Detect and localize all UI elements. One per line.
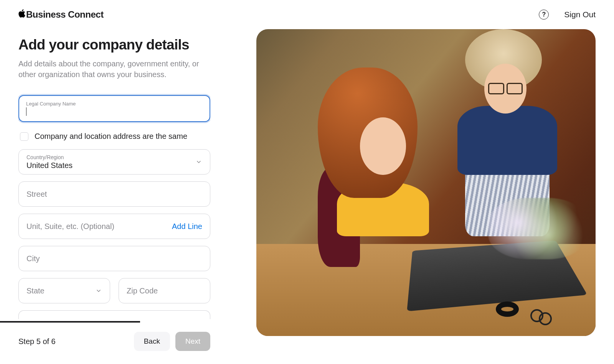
- tape-icon: [496, 301, 519, 317]
- scissors-icon: [530, 309, 561, 324]
- city-field[interactable]: City: [18, 246, 210, 271]
- progress-fill: [0, 321, 140, 323]
- brand-text: Business Connect: [26, 9, 104, 20]
- apple-icon: [18, 9, 26, 20]
- country-region-label: Country/Region: [26, 154, 73, 160]
- hero-image: [256, 29, 596, 336]
- next-button[interactable]: Next: [175, 332, 210, 351]
- page-title: Add your company details: [18, 37, 210, 53]
- unit-placeholder: Unit, Suite, etc. (Optional): [26, 222, 114, 231]
- header-actions: ? Sign Out: [539, 10, 596, 20]
- state-select[interactable]: State: [18, 278, 110, 303]
- same-address-checkbox[interactable]: [20, 132, 28, 141]
- country-region-value: United States: [26, 161, 73, 170]
- form-footer: Step 5 of 6 Back Next: [18, 323, 210, 362]
- main-layout: Add your company details Add details abo…: [0, 25, 614, 362]
- progress-bar: [0, 321, 169, 323]
- unit-field[interactable]: Unit, Suite, etc. (Optional) Add Line: [18, 214, 210, 239]
- glasses-icon: [488, 83, 523, 93]
- country-region-select[interactable]: Country/Region United States: [18, 149, 210, 175]
- sign-out-link[interactable]: Sign Out: [564, 10, 596, 19]
- legal-company-name-label: Legal Company Name: [26, 101, 76, 107]
- state-placeholder: State: [26, 287, 45, 295]
- brand-logo: Business Connect: [18, 9, 104, 20]
- legal-company-name-field[interactable]: Legal Company Name: [18, 95, 210, 122]
- country-region-inner: Country/Region United States: [26, 154, 73, 170]
- app-header: Business Connect ? Sign Out: [0, 0, 614, 25]
- step-indicator: Step 5 of 6: [18, 337, 56, 346]
- form-scroll-area: Add your company details Add details abo…: [18, 29, 210, 321]
- zip-code-field[interactable]: Zip Code: [119, 278, 210, 303]
- street-field[interactable]: Street: [18, 181, 210, 207]
- street-placeholder: Street: [26, 190, 47, 199]
- form-column: Add your company details Add details abo…: [18, 29, 210, 362]
- page-subtitle: Add details about the company, governmen…: [18, 58, 206, 80]
- footer-buttons: Back Next: [134, 332, 210, 351]
- city-placeholder: City: [26, 254, 40, 263]
- partial-next-field[interactable]: [18, 310, 210, 319]
- same-address-label: Company and location address are the sam…: [35, 132, 187, 141]
- help-icon[interactable]: ?: [539, 10, 549, 20]
- zip-placeholder: Zip Code: [127, 287, 158, 295]
- chevron-down-icon: [195, 158, 202, 165]
- add-line-link[interactable]: Add Line: [172, 222, 202, 231]
- chevron-down-icon: [95, 287, 102, 294]
- text-cursor: [26, 107, 26, 116]
- same-address-row: Company and location address are the sam…: [20, 132, 210, 141]
- state-zip-row: State Zip Code: [18, 278, 210, 303]
- back-button[interactable]: Back: [134, 332, 170, 351]
- hero-illustration: [256, 29, 596, 336]
